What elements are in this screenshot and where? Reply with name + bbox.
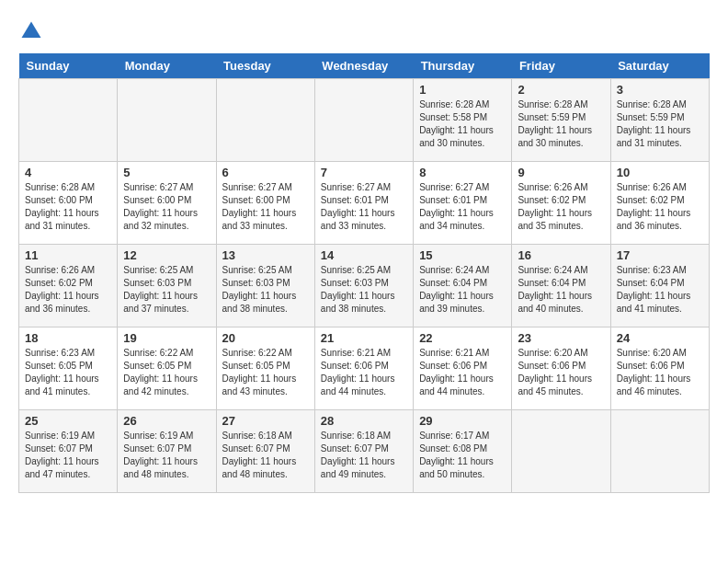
day-content: Sunrise: 6:28 AM Sunset: 5:59 PM Dayligh…	[518, 98, 604, 150]
day-content: Sunrise: 6:25 AM Sunset: 6:03 PM Dayligh…	[123, 264, 210, 316]
day-number: 14	[321, 248, 407, 262]
calendar-cell: 21Sunrise: 6:21 AM Sunset: 6:06 PM Dayli…	[314, 327, 413, 410]
day-number: 5	[123, 166, 210, 179]
week-row-4: 18Sunrise: 6:23 AM Sunset: 6:05 PM Dayli…	[19, 327, 710, 410]
day-content: Sunrise: 6:27 AM Sunset: 6:01 PM Dayligh…	[321, 181, 407, 233]
calendar-cell: 9Sunrise: 6:26 AM Sunset: 6:02 PM Daylig…	[512, 162, 610, 245]
calendar-cell: 16Sunrise: 6:24 AM Sunset: 6:04 PM Dayli…	[512, 245, 610, 327]
logo	[18, 18, 48, 44]
calendar-cell: 18Sunrise: 6:23 AM Sunset: 6:05 PM Dayli…	[19, 327, 118, 410]
calendar-cell: 4Sunrise: 6:28 AM Sunset: 6:00 PM Daylig…	[19, 162, 118, 245]
calendar-cell	[314, 79, 413, 162]
week-row-1: 1Sunrise: 6:28 AM Sunset: 5:58 PM Daylig…	[19, 79, 710, 162]
day-number: 8	[419, 166, 506, 179]
header-row: SundayMondayTuesdayWednesdayThursdayFrid…	[19, 53, 710, 79]
calendar-cell: 28Sunrise: 6:18 AM Sunset: 6:07 PM Dayli…	[314, 410, 413, 493]
day-number: 29	[419, 414, 506, 428]
svg-marker-0	[22, 22, 41, 39]
day-content: Sunrise: 6:18 AM Sunset: 6:07 PM Dayligh…	[222, 430, 309, 481]
calendar-cell: 2Sunrise: 6:28 AM Sunset: 5:59 PM Daylig…	[512, 79, 610, 162]
day-header-saturday: Saturday	[610, 53, 709, 79]
day-content: Sunrise: 6:24 AM Sunset: 6:04 PM Dayligh…	[518, 264, 604, 316]
calendar-cell: 12Sunrise: 6:25 AM Sunset: 6:03 PM Dayli…	[118, 245, 216, 327]
day-content: Sunrise: 6:22 AM Sunset: 6:05 PM Dayligh…	[222, 347, 309, 398]
day-content: Sunrise: 6:20 AM Sunset: 6:06 PM Dayligh…	[518, 347, 604, 398]
day-number: 6	[222, 166, 309, 179]
calendar-cell	[512, 410, 610, 493]
day-number: 12	[123, 248, 210, 262]
day-content: Sunrise: 6:19 AM Sunset: 6:07 PM Dayligh…	[25, 430, 111, 481]
day-content: Sunrise: 6:28 AM Sunset: 6:00 PM Dayligh…	[25, 181, 111, 233]
day-number: 10	[617, 166, 703, 179]
day-number: 23	[518, 331, 604, 345]
day-number: 18	[25, 331, 111, 345]
day-number: 22	[419, 331, 506, 345]
calendar-cell: 15Sunrise: 6:24 AM Sunset: 6:04 PM Dayli…	[414, 245, 512, 327]
calendar-cell: 24Sunrise: 6:20 AM Sunset: 6:06 PM Dayli…	[610, 327, 709, 410]
calendar-cell: 13Sunrise: 6:25 AM Sunset: 6:03 PM Dayli…	[216, 245, 314, 327]
calendar-cell: 23Sunrise: 6:20 AM Sunset: 6:06 PM Dayli…	[512, 327, 610, 410]
day-number: 28	[321, 414, 407, 428]
day-content: Sunrise: 6:22 AM Sunset: 6:05 PM Dayligh…	[123, 347, 210, 398]
day-content: Sunrise: 6:23 AM Sunset: 6:05 PM Dayligh…	[25, 347, 111, 398]
day-header-wednesday: Wednesday	[314, 53, 413, 79]
calendar-cell: 14Sunrise: 6:25 AM Sunset: 6:03 PM Dayli…	[314, 245, 413, 327]
day-header-monday: Monday	[118, 53, 216, 79]
calendar-cell: 6Sunrise: 6:27 AM Sunset: 6:00 PM Daylig…	[216, 162, 314, 245]
day-content: Sunrise: 6:21 AM Sunset: 6:06 PM Dayligh…	[321, 347, 407, 398]
day-header-sunday: Sunday	[19, 53, 118, 79]
week-row-5: 25Sunrise: 6:19 AM Sunset: 6:07 PM Dayli…	[19, 410, 710, 493]
calendar-cell: 1Sunrise: 6:28 AM Sunset: 5:58 PM Daylig…	[414, 79, 512, 162]
calendar-cell: 26Sunrise: 6:19 AM Sunset: 6:07 PM Dayli…	[118, 410, 216, 493]
day-content: Sunrise: 6:21 AM Sunset: 6:06 PM Dayligh…	[419, 347, 506, 398]
calendar-cell	[216, 79, 314, 162]
day-content: Sunrise: 6:25 AM Sunset: 6:03 PM Dayligh…	[321, 264, 407, 316]
calendar-cell: 17Sunrise: 6:23 AM Sunset: 6:04 PM Dayli…	[610, 245, 709, 327]
day-content: Sunrise: 6:24 AM Sunset: 6:04 PM Dayligh…	[419, 264, 506, 316]
day-content: Sunrise: 6:26 AM Sunset: 6:02 PM Dayligh…	[518, 181, 604, 233]
day-content: Sunrise: 6:26 AM Sunset: 6:02 PM Dayligh…	[25, 264, 111, 316]
calendar-cell	[19, 79, 118, 162]
day-content: Sunrise: 6:28 AM Sunset: 5:58 PM Dayligh…	[419, 98, 506, 150]
day-content: Sunrise: 6:27 AM Sunset: 6:00 PM Dayligh…	[222, 181, 309, 233]
calendar-cell: 19Sunrise: 6:22 AM Sunset: 6:05 PM Dayli…	[118, 327, 216, 410]
day-number: 7	[321, 166, 407, 179]
day-number: 4	[25, 166, 111, 179]
day-number: 20	[222, 331, 309, 345]
calendar-cell: 5Sunrise: 6:27 AM Sunset: 6:00 PM Daylig…	[118, 162, 216, 245]
day-content: Sunrise: 6:28 AM Sunset: 5:59 PM Dayligh…	[617, 98, 703, 150]
day-content: Sunrise: 6:27 AM Sunset: 6:01 PM Dayligh…	[419, 181, 506, 233]
calendar-cell: 10Sunrise: 6:26 AM Sunset: 6:02 PM Dayli…	[610, 162, 709, 245]
calendar-cell: 7Sunrise: 6:27 AM Sunset: 6:01 PM Daylig…	[314, 162, 413, 245]
day-content: Sunrise: 6:23 AM Sunset: 6:04 PM Dayligh…	[617, 264, 703, 316]
calendar-cell: 27Sunrise: 6:18 AM Sunset: 6:07 PM Dayli…	[216, 410, 314, 493]
day-content: Sunrise: 6:27 AM Sunset: 6:00 PM Dayligh…	[123, 181, 210, 233]
week-row-3: 11Sunrise: 6:26 AM Sunset: 6:02 PM Dayli…	[19, 245, 710, 327]
calendar-cell: 29Sunrise: 6:17 AM Sunset: 6:08 PM Dayli…	[414, 410, 512, 493]
day-number: 15	[419, 248, 506, 262]
day-number: 26	[123, 414, 210, 428]
day-header-thursday: Thursday	[414, 53, 512, 79]
day-header-friday: Friday	[512, 53, 610, 79]
day-content: Sunrise: 6:17 AM Sunset: 6:08 PM Dayligh…	[419, 430, 506, 481]
day-number: 11	[25, 248, 111, 262]
calendar-cell	[118, 79, 216, 162]
calendar-cell: 11Sunrise: 6:26 AM Sunset: 6:02 PM Dayli…	[19, 245, 118, 327]
day-number: 17	[617, 248, 703, 262]
day-content: Sunrise: 6:20 AM Sunset: 6:06 PM Dayligh…	[617, 347, 703, 398]
day-content: Sunrise: 6:19 AM Sunset: 6:07 PM Dayligh…	[123, 430, 210, 481]
day-content: Sunrise: 6:26 AM Sunset: 6:02 PM Dayligh…	[617, 181, 703, 233]
day-number: 16	[518, 248, 604, 262]
calendar-cell	[610, 410, 709, 493]
calendar-cell: 25Sunrise: 6:19 AM Sunset: 6:07 PM Dayli…	[19, 410, 118, 493]
day-number: 2	[518, 83, 604, 97]
day-number: 3	[617, 83, 703, 97]
day-header-tuesday: Tuesday	[216, 53, 314, 79]
day-number: 24	[617, 331, 703, 345]
calendar-cell: 20Sunrise: 6:22 AM Sunset: 6:05 PM Dayli…	[216, 327, 314, 410]
day-content: Sunrise: 6:18 AM Sunset: 6:07 PM Dayligh…	[321, 430, 407, 481]
day-number: 13	[222, 248, 309, 262]
day-number: 19	[123, 331, 210, 345]
day-number: 1	[419, 83, 506, 97]
calendar-table: SundayMondayTuesdayWednesdayThursdayFrid…	[18, 53, 710, 493]
